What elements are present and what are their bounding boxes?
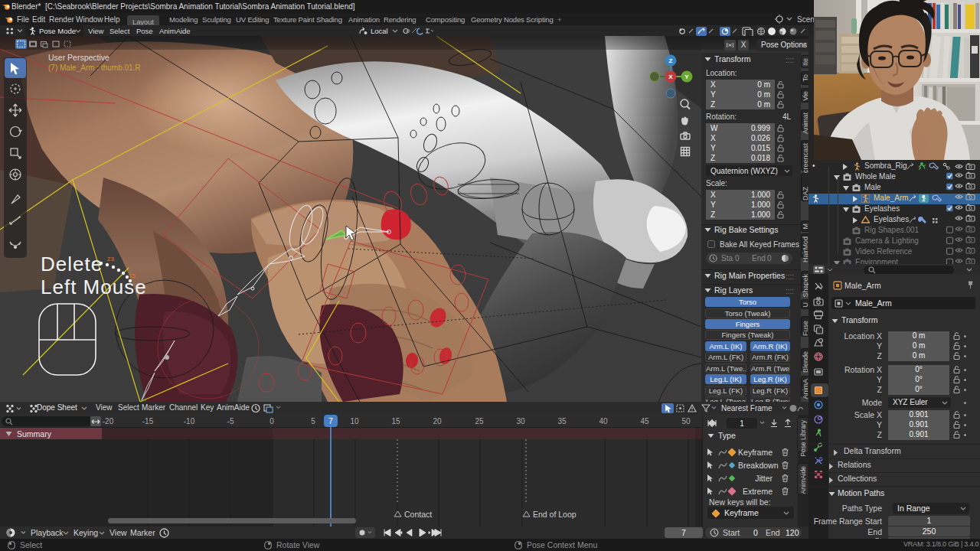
- svg-text:Contact: Contact: [404, 510, 432, 519]
- svg-text:Y: Y: [684, 73, 689, 80]
- svg-text:End of Loop: End of Loop: [533, 510, 577, 519]
- svg-text:Z: Z: [669, 57, 673, 64]
- svg-text:X: X: [668, 73, 673, 80]
- svg-text:Nearest Frame: Nearest Frame: [721, 404, 773, 412]
- svg-text:1: 1: [740, 419, 744, 428]
- svg-text:23: 23: [107, 256, 114, 262]
